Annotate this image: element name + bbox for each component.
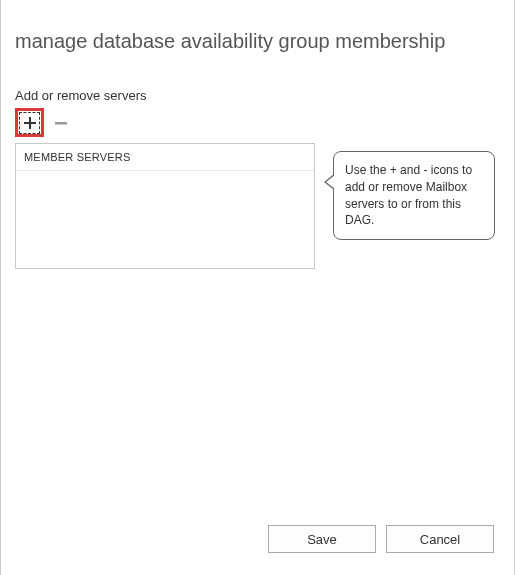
svg-rect-2 [55, 122, 67, 125]
add-button[interactable] [19, 112, 40, 134]
page-title: manage database availability group membe… [15, 30, 500, 53]
plus-icon [23, 116, 37, 130]
listbox-header: MEMBER SERVERS [16, 144, 314, 171]
icon-toolbar [15, 108, 500, 137]
section-label: Add or remove servers [15, 88, 500, 103]
save-button[interactable]: Save [268, 525, 376, 553]
minus-icon [54, 116, 68, 130]
cancel-button[interactable]: Cancel [386, 525, 494, 553]
highlight-add [15, 108, 44, 137]
button-bar: Save Cancel [268, 525, 494, 553]
member-servers-listbox[interactable]: MEMBER SERVERS [15, 143, 315, 269]
help-callout: Use the + and - icons to add or remove M… [333, 151, 495, 240]
svg-rect-1 [24, 122, 36, 124]
remove-button[interactable] [50, 112, 72, 134]
